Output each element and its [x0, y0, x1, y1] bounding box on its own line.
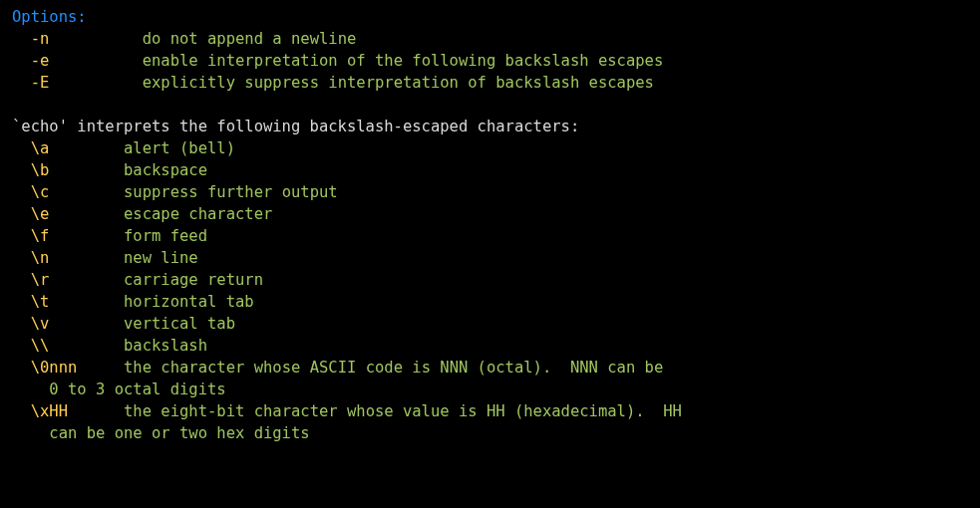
escape-seq: \xHH: [31, 402, 68, 420]
option-flag: -E: [31, 74, 50, 92]
escape-seq: \r: [31, 271, 50, 289]
escape-seq: \c: [31, 183, 50, 201]
escape-desc: suppress further output: [124, 183, 338, 201]
option-desc: enable interpretation of the following b…: [143, 52, 664, 70]
escape-desc: backslash: [124, 337, 207, 355]
escape-seq: \f: [31, 227, 50, 245]
escape-desc: alert (bell): [124, 139, 235, 157]
escape-seq: \t: [31, 293, 50, 311]
escape-seq: \a: [31, 139, 50, 157]
options-header: Options:: [12, 8, 87, 26]
escape-desc-wrap: can be one or two hex digits: [12, 424, 310, 442]
escape-desc: horizontal tab: [124, 293, 254, 311]
escape-desc: backspace: [124, 161, 207, 179]
escape-desc: escape character: [124, 205, 272, 223]
escape-desc: form feed: [124, 227, 207, 245]
escape-seq: \\: [31, 337, 50, 355]
option-flag: -e: [31, 52, 50, 70]
option-desc: do not append a newline: [143, 30, 357, 48]
escape-seq: \n: [31, 249, 50, 267]
escape-desc: the character whose ASCII code is NNN (o…: [124, 359, 663, 377]
escape-desc-wrap: 0 to 3 octal digits: [12, 381, 226, 398]
escape-desc: new line: [124, 249, 198, 267]
escape-seq: \e: [31, 205, 50, 223]
escape-seq: \0nnn: [31, 359, 78, 377]
escape-desc: the eight-bit character whose value is H…: [124, 402, 682, 420]
escape-seq: \b: [31, 161, 50, 179]
option-desc: explicitly suppress interpretation of ba…: [143, 74, 654, 92]
escape-desc: carriage return: [124, 271, 263, 289]
escapes-intro: `echo' interprets the following backslas…: [12, 118, 579, 135]
escape-desc: vertical tab: [124, 315, 235, 333]
escape-seq: \v: [31, 315, 50, 333]
terminal-output: Options: -n do not append a newline -e e…: [0, 0, 980, 444]
option-flag: -n: [31, 30, 50, 48]
